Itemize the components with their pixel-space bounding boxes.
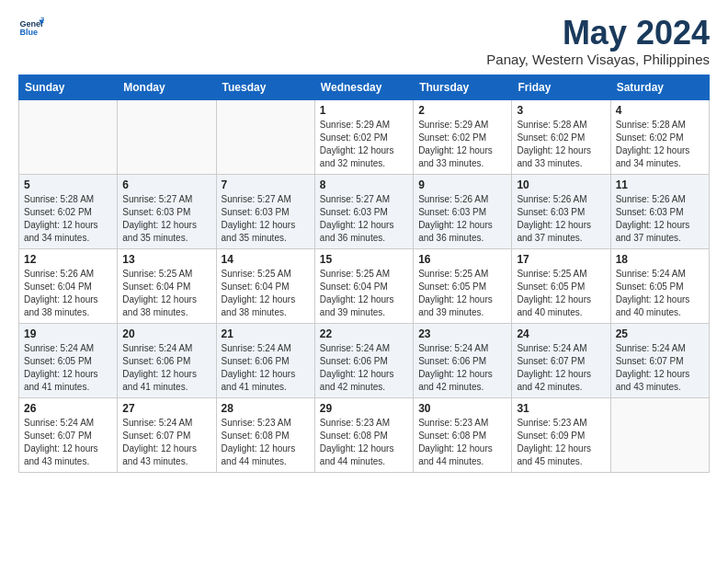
day-number: 4 (616, 104, 704, 117)
calendar-cell: 21Sunrise: 5:24 AM Sunset: 6:06 PM Dayli… (216, 323, 314, 397)
day-number: 23 (418, 327, 506, 340)
day-number: 30 (418, 402, 506, 415)
day-number: 15 (320, 253, 408, 266)
day-info: Sunrise: 5:27 AM Sunset: 6:03 PM Dayligh… (222, 193, 310, 245)
day-number: 5 (24, 178, 112, 191)
calendar-cell (19, 99, 118, 174)
title-block: May 2024 Panay, Western Visayas, Philipp… (486, 15, 710, 67)
calendar-week-4: 19Sunrise: 5:24 AM Sunset: 6:05 PM Dayli… (19, 323, 710, 397)
day-info: Sunrise: 5:29 AM Sunset: 6:02 PM Dayligh… (418, 119, 506, 170)
header-wednesday: Wednesday (314, 75, 413, 99)
calendar-cell: 2Sunrise: 5:29 AM Sunset: 6:02 PM Daylig… (414, 99, 512, 174)
day-info: Sunrise: 5:27 AM Sunset: 6:03 PM Dayligh… (320, 193, 408, 245)
day-info: Sunrise: 5:23 AM Sunset: 6:09 PM Dayligh… (517, 417, 605, 468)
day-info: Sunrise: 5:26 AM Sunset: 6:03 PM Dayligh… (616, 193, 704, 245)
day-number: 29 (320, 402, 408, 415)
day-number: 12 (24, 253, 112, 266)
header-monday: Monday (118, 75, 216, 99)
day-info: Sunrise: 5:28 AM Sunset: 6:02 PM Dayligh… (24, 193, 112, 245)
day-info: Sunrise: 5:24 AM Sunset: 6:07 PM Dayligh… (517, 342, 605, 394)
day-info: Sunrise: 5:27 AM Sunset: 6:03 PM Dayligh… (122, 193, 210, 245)
calendar-cell: 13Sunrise: 5:25 AM Sunset: 6:04 PM Dayli… (118, 248, 216, 323)
day-info: Sunrise: 5:25 AM Sunset: 6:04 PM Dayligh… (320, 268, 408, 319)
day-number: 3 (517, 104, 605, 117)
calendar-cell: 3Sunrise: 5:28 AM Sunset: 6:02 PM Daylig… (512, 99, 610, 174)
day-info: Sunrise: 5:23 AM Sunset: 6:08 PM Dayligh… (418, 417, 506, 468)
day-info: Sunrise: 5:24 AM Sunset: 6:06 PM Dayligh… (122, 342, 210, 394)
calendar-week-3: 12Sunrise: 5:26 AM Sunset: 6:04 PM Dayli… (19, 248, 710, 323)
day-info: Sunrise: 5:24 AM Sunset: 6:05 PM Dayligh… (616, 268, 704, 319)
calendar-cell: 27Sunrise: 5:24 AM Sunset: 6:07 PM Dayli… (118, 397, 216, 472)
day-number: 28 (222, 402, 310, 415)
day-number: 21 (222, 327, 310, 340)
calendar-cell: 17Sunrise: 5:25 AM Sunset: 6:05 PM Dayli… (512, 248, 610, 323)
day-info: Sunrise: 5:24 AM Sunset: 6:07 PM Dayligh… (24, 417, 112, 468)
day-number: 20 (122, 327, 210, 340)
day-number: 19 (24, 327, 112, 340)
day-info: Sunrise: 5:28 AM Sunset: 6:02 PM Dayligh… (517, 119, 605, 170)
day-number: 24 (517, 327, 605, 340)
day-number: 16 (418, 253, 506, 266)
calendar-header-row: SundayMondayTuesdayWednesdayThursdayFrid… (19, 75, 710, 99)
calendar-cell: 12Sunrise: 5:26 AM Sunset: 6:04 PM Dayli… (19, 248, 118, 323)
header-sunday: Sunday (19, 75, 118, 99)
calendar-cell (216, 99, 314, 174)
day-info: Sunrise: 5:25 AM Sunset: 6:05 PM Dayligh… (517, 268, 605, 319)
day-number: 8 (320, 178, 408, 191)
logo: General Blue (18, 15, 44, 40)
day-info: Sunrise: 5:25 AM Sunset: 6:04 PM Dayligh… (222, 268, 310, 319)
calendar-week-5: 26Sunrise: 5:24 AM Sunset: 6:07 PM Dayli… (19, 397, 710, 472)
calendar-cell: 31Sunrise: 5:23 AM Sunset: 6:09 PM Dayli… (512, 397, 610, 472)
day-info: Sunrise: 5:24 AM Sunset: 6:06 PM Dayligh… (320, 342, 408, 394)
page-header: General Blue May 2024 Panay, Western Vis… (18, 15, 710, 67)
calendar-cell: 5Sunrise: 5:28 AM Sunset: 6:02 PM Daylig… (19, 174, 118, 248)
calendar-cell: 4Sunrise: 5:28 AM Sunset: 6:02 PM Daylig… (610, 99, 709, 174)
day-info: Sunrise: 5:24 AM Sunset: 6:06 PM Dayligh… (222, 342, 310, 394)
calendar-cell: 26Sunrise: 5:24 AM Sunset: 6:07 PM Dayli… (19, 397, 118, 472)
day-number: 11 (616, 178, 704, 191)
day-number: 7 (222, 178, 310, 191)
day-number: 10 (517, 178, 605, 191)
calendar-cell: 18Sunrise: 5:24 AM Sunset: 6:05 PM Dayli… (610, 248, 709, 323)
header-tuesday: Tuesday (216, 75, 314, 99)
day-info: Sunrise: 5:26 AM Sunset: 6:04 PM Dayligh… (24, 268, 112, 319)
day-info: Sunrise: 5:24 AM Sunset: 6:07 PM Dayligh… (616, 342, 704, 394)
day-number: 2 (418, 104, 506, 117)
header-thursday: Thursday (414, 75, 512, 99)
calendar-cell: 16Sunrise: 5:25 AM Sunset: 6:05 PM Dayli… (414, 248, 512, 323)
calendar-cell: 10Sunrise: 5:26 AM Sunset: 6:03 PM Dayli… (512, 174, 610, 248)
calendar-cell: 30Sunrise: 5:23 AM Sunset: 6:08 PM Dayli… (414, 397, 512, 472)
calendar-cell: 11Sunrise: 5:26 AM Sunset: 6:03 PM Dayli… (610, 174, 709, 248)
day-info: Sunrise: 5:26 AM Sunset: 6:03 PM Dayligh… (418, 193, 506, 245)
day-info: Sunrise: 5:23 AM Sunset: 6:08 PM Dayligh… (222, 417, 310, 468)
day-number: 25 (616, 327, 704, 340)
day-info: Sunrise: 5:24 AM Sunset: 6:05 PM Dayligh… (24, 342, 112, 394)
header-friday: Friday (512, 75, 610, 99)
calendar-cell: 20Sunrise: 5:24 AM Sunset: 6:06 PM Dayli… (118, 323, 216, 397)
calendar-week-2: 5Sunrise: 5:28 AM Sunset: 6:02 PM Daylig… (19, 174, 710, 248)
page-subtitle: Panay, Western Visayas, Philippines (486, 52, 710, 67)
day-number: 6 (122, 178, 210, 191)
day-info: Sunrise: 5:25 AM Sunset: 6:05 PM Dayligh… (418, 268, 506, 319)
calendar-cell: 22Sunrise: 5:24 AM Sunset: 6:06 PM Dayli… (314, 323, 413, 397)
calendar-cell (118, 99, 216, 174)
day-number: 9 (418, 178, 506, 191)
day-number: 13 (122, 253, 210, 266)
calendar-cell: 8Sunrise: 5:27 AM Sunset: 6:03 PM Daylig… (314, 174, 413, 248)
calendar-cell (610, 397, 709, 472)
calendar-cell: 19Sunrise: 5:24 AM Sunset: 6:05 PM Dayli… (19, 323, 118, 397)
calendar-cell: 9Sunrise: 5:26 AM Sunset: 6:03 PM Daylig… (414, 174, 512, 248)
calendar-cell: 24Sunrise: 5:24 AM Sunset: 6:07 PM Dayli… (512, 323, 610, 397)
calendar-cell: 15Sunrise: 5:25 AM Sunset: 6:04 PM Dayli… (314, 248, 413, 323)
day-number: 18 (616, 253, 704, 266)
day-number: 14 (222, 253, 310, 266)
day-info: Sunrise: 5:26 AM Sunset: 6:03 PM Dayligh… (517, 193, 605, 245)
day-info: Sunrise: 5:23 AM Sunset: 6:08 PM Dayligh… (320, 417, 408, 468)
day-number: 27 (122, 402, 210, 415)
calendar-cell: 28Sunrise: 5:23 AM Sunset: 6:08 PM Dayli… (216, 397, 314, 472)
calendar-cell: 7Sunrise: 5:27 AM Sunset: 6:03 PM Daylig… (216, 174, 314, 248)
day-info: Sunrise: 5:28 AM Sunset: 6:02 PM Dayligh… (616, 119, 704, 170)
day-number: 22 (320, 327, 408, 340)
page-title: May 2024 (486, 15, 710, 52)
day-info: Sunrise: 5:24 AM Sunset: 6:07 PM Dayligh… (122, 417, 210, 468)
